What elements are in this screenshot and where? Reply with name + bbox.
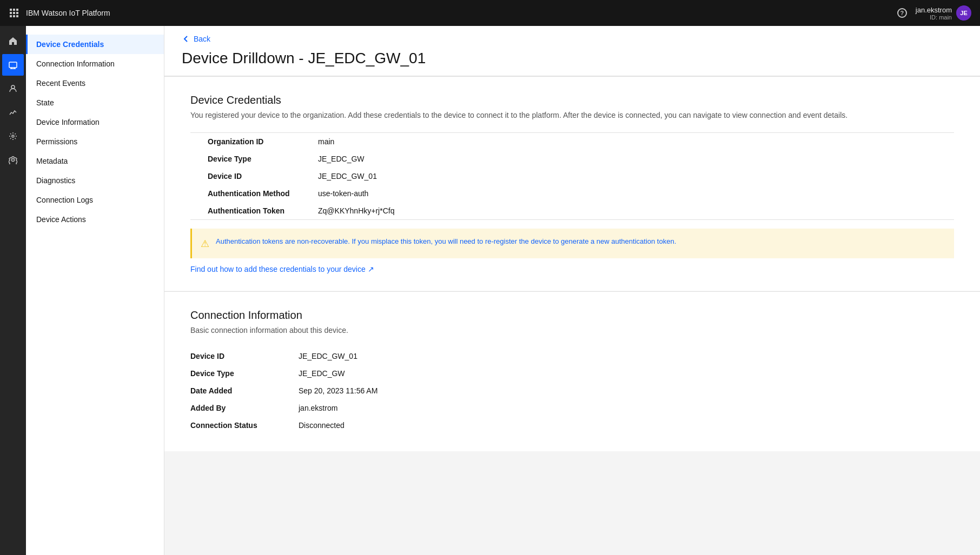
divider-bottom: [190, 219, 954, 220]
sidebar-item-connection-information[interactable]: Connection Information: [26, 54, 164, 73]
user-name: jan.ekstrom: [916, 6, 952, 14]
device-credentials-description: You registered your device to the organi…: [190, 111, 954, 119]
field-label: Device ID: [190, 168, 309, 185]
field-label: Device Type: [190, 365, 299, 382]
svg-point-1: [11, 85, 15, 89]
connection-info-title: Connection Information: [190, 309, 954, 322]
sidebar-item-device-information[interactable]: Device Information: [26, 112, 164, 132]
field-value: JE_EDC_GW_01: [309, 168, 954, 185]
field-value: JE_EDC_GW_01: [299, 347, 954, 365]
credentials-table: Organization ID main Device Type JE_EDC_…: [190, 133, 954, 219]
field-value: JE_EDC_GW: [299, 365, 954, 382]
field-value: Disconnected: [299, 417, 954, 434]
sidebar-item-recent-events[interactable]: Recent Events: [26, 73, 164, 93]
field-label: Date Added: [190, 382, 299, 399]
field-value: JE_EDC_GW: [309, 150, 954, 168]
field-label: Connection Status: [190, 417, 299, 434]
top-navigation: IBM Watson IoT Platform ? jan.ekstrom ID…: [0, 0, 980, 26]
table-row: Added By jan.ekstrom: [190, 399, 954, 417]
icon-sidebar: [0, 26, 26, 555]
table-row: Organization ID main: [190, 133, 954, 150]
nav-right: ? jan.ekstrom ID: main JE: [897, 5, 971, 21]
sidebar-item-state[interactable]: State: [26, 93, 164, 112]
connection-table: Device ID JE_EDC_GW_01 Device Type JE_ED…: [190, 347, 954, 434]
sidebar-item-device-actions[interactable]: Device Actions: [26, 210, 164, 229]
table-row: Connection Status Disconnected: [190, 417, 954, 434]
back-link[interactable]: Back: [182, 35, 963, 50]
svg-rect-0: [9, 62, 17, 68]
field-value: use-token-auth: [309, 185, 954, 202]
warning-icon: ⚠: [201, 238, 209, 250]
table-row: Device ID JE_EDC_GW_01: [190, 347, 954, 365]
sidebar-icon-analytics[interactable]: [2, 102, 24, 123]
back-arrow-icon: [182, 35, 190, 43]
device-credentials-section: Device Credentials You registered your d…: [164, 76, 980, 291]
table-row: Device ID JE_EDC_GW_01: [190, 168, 954, 185]
table-row: Date Added Sep 20, 2023 11:56 AM: [190, 382, 954, 399]
content-area: Device Credentials You registered your d…: [164, 76, 980, 451]
app-body: Device Credentials Connection Informatio…: [0, 26, 980, 555]
help-icon[interactable]: ?: [897, 8, 907, 18]
svg-point-3: [12, 159, 15, 162]
table-row: Authentication Token Zq@KKYhnHky+rj*Cfq: [190, 202, 954, 219]
table-row: Device Type JE_EDC_GW: [190, 150, 954, 168]
alert-text: Authentication tokens are non-recoverabl…: [216, 237, 676, 245]
app-title: IBM Watson IoT Platform: [26, 9, 110, 17]
alert-box: ⚠ Authentication tokens are non-recovera…: [190, 229, 954, 258]
avatar[interactable]: JE: [956, 5, 971, 21]
sidebar-item-connection-logs[interactable]: Connection Logs: [26, 190, 164, 210]
sidebar-icon-settings[interactable]: [2, 125, 24, 147]
field-value: Zq@KKYhnHky+rj*Cfq: [309, 202, 954, 219]
find-out-link[interactable]: Find out how to add these credentials to…: [190, 265, 374, 273]
connection-info-description: Basic connection information about this …: [190, 326, 954, 335]
field-label: Organization ID: [190, 133, 309, 150]
page-title: Device Drilldown - JE_EDC_GW_01: [182, 50, 963, 76]
nav-sidebar: Device Credentials Connection Informatio…: [26, 26, 164, 555]
field-value: Sep 20, 2023 11:56 AM: [299, 382, 954, 399]
table-row: Device Type JE_EDC_GW: [190, 365, 954, 382]
app-grid-icon[interactable]: [9, 8, 19, 18]
field-label: Authentication Token: [190, 202, 309, 219]
sidebar-icon-home[interactable]: [2, 30, 24, 52]
field-value: main: [309, 133, 954, 150]
sidebar-item-permissions[interactable]: Permissions: [26, 132, 164, 151]
nav-left: IBM Watson IoT Platform: [9, 8, 110, 18]
user-org: ID: main: [930, 14, 952, 21]
sidebar-icon-gear[interactable]: [2, 149, 24, 171]
sidebar-item-device-credentials[interactable]: Device Credentials: [26, 35, 164, 54]
sidebar-item-diagnostics[interactable]: Diagnostics: [26, 171, 164, 190]
field-label: Authentication Method: [190, 185, 309, 202]
sidebar-icon-users[interactable]: [2, 78, 24, 99]
device-credentials-title: Device Credentials: [190, 94, 954, 106]
connection-information-section: Connection Information Basic connection …: [164, 291, 980, 451]
field-label: Added By: [190, 399, 299, 417]
table-row: Authentication Method use-token-auth: [190, 185, 954, 202]
user-info: jan.ekstrom ID: main JE: [916, 5, 971, 21]
field-label: Device ID: [190, 347, 299, 365]
main-content: Back Device Drilldown - JE_EDC_GW_01 Dev…: [164, 26, 980, 555]
page-header: Back Device Drilldown - JE_EDC_GW_01: [164, 26, 980, 76]
field-label: Device Type: [190, 150, 309, 168]
sidebar-item-metadata[interactable]: Metadata: [26, 151, 164, 171]
field-value: jan.ekstrom: [299, 399, 954, 417]
sidebar-icon-devices[interactable]: [2, 54, 24, 76]
svg-point-2: [12, 135, 14, 137]
